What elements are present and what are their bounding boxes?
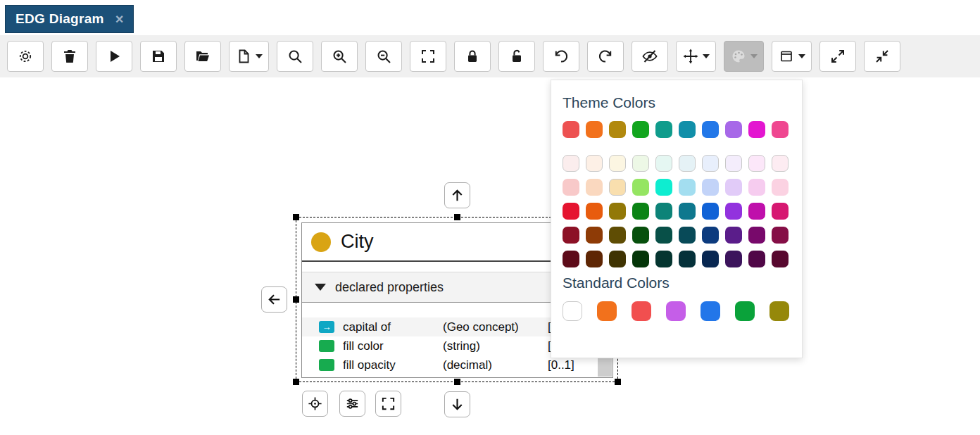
color-swatch[interactable] [725,227,742,244]
color-swatch[interactable] [679,179,696,196]
locate-button[interactable] [302,391,328,417]
color-swatch[interactable] [597,301,617,321]
color-swatch[interactable] [563,251,579,267]
color-swatch[interactable] [748,155,765,172]
color-swatch[interactable] [563,121,579,138]
color-swatch[interactable] [679,155,696,172]
color-swatch[interactable] [769,301,789,321]
zoom-in-button[interactable] [321,41,358,72]
color-swatch[interactable] [679,251,696,267]
color-swatch[interactable] [563,155,579,172]
color-swatch[interactable] [725,251,742,267]
resize-handle[interactable] [293,214,299,220]
navigate-down-button[interactable] [444,391,470,417]
color-swatch[interactable] [586,203,603,220]
undo-button[interactable] [543,41,579,72]
color-swatch[interactable] [725,155,742,172]
color-swatch[interactable] [772,227,789,244]
expand-button[interactable] [819,41,856,72]
color-swatch[interactable] [679,121,696,138]
color-swatch[interactable] [772,203,789,220]
color-swatch[interactable] [666,301,686,321]
color-swatch[interactable] [632,301,651,321]
resize-handle[interactable] [293,379,299,385]
color-swatch[interactable] [735,301,755,321]
color-swatch[interactable] [586,251,603,267]
color-swatch[interactable] [772,179,789,196]
color-swatch[interactable] [772,121,789,138]
color-swatch[interactable] [679,203,696,220]
color-swatch[interactable] [586,227,603,244]
collapse-button[interactable] [864,41,900,72]
redo-button[interactable] [587,41,624,72]
color-swatch[interactable] [655,251,672,267]
color-swatch[interactable] [702,179,719,196]
color-swatch[interactable] [679,227,696,244]
color-swatch[interactable] [702,251,719,267]
frame-button[interactable] [772,41,812,72]
export-button[interactable] [229,41,269,72]
navigate-left-button[interactable] [261,286,287,313]
hide-button[interactable] [632,41,668,72]
lock-button[interactable] [454,41,491,72]
close-icon[interactable]: × [115,11,124,27]
color-swatch[interactable] [702,227,719,244]
color-swatch[interactable] [632,203,649,220]
color-swatch[interactable] [632,227,649,244]
color-swatch[interactable] [725,179,742,196]
color-swatch[interactable] [748,251,765,267]
color-swatch[interactable] [655,179,672,196]
color-swatch[interactable] [586,179,603,196]
run-button[interactable] [96,41,132,72]
search-button[interactable] [277,41,313,72]
color-swatch[interactable] [772,155,789,172]
color-swatch[interactable] [609,203,626,220]
color-swatch[interactable] [655,227,672,244]
color-swatch[interactable] [632,251,649,267]
resize-handle[interactable] [454,214,460,220]
color-swatch[interactable] [586,155,603,172]
color-swatch[interactable] [632,121,649,138]
color-swatch[interactable] [748,179,765,196]
color-swatch[interactable] [609,227,626,244]
move-button[interactable] [676,41,716,72]
color-swatch[interactable] [609,121,626,138]
color-swatch[interactable] [655,203,672,220]
color-swatch[interactable] [748,203,765,220]
color-swatch[interactable] [609,251,626,267]
resize-handle[interactable] [454,379,460,385]
settings-button[interactable] [7,41,44,72]
color-swatch[interactable] [702,121,719,138]
color-swatch[interactable] [772,251,789,267]
color-swatch[interactable] [563,179,579,196]
color-swatch[interactable] [609,179,626,196]
color-swatch[interactable] [586,121,603,138]
color-swatch[interactable] [701,301,720,321]
resize-handle[interactable] [615,379,621,385]
color-swatch[interactable] [702,203,719,220]
expand-node-button[interactable] [375,391,401,417]
delete-button[interactable] [51,41,88,72]
properties-filter-button[interactable] [339,391,365,417]
color-swatch[interactable] [702,155,719,172]
color-swatch[interactable] [563,227,579,244]
resize-handle[interactable] [293,296,299,303]
color-swatch[interactable] [725,121,742,138]
color-swatch[interactable] [748,121,765,138]
color-swatch[interactable] [563,203,579,220]
color-swatch[interactable] [655,121,672,138]
palette-button[interactable] [724,41,764,72]
color-swatch[interactable] [609,155,626,172]
color-swatch[interactable] [655,155,672,172]
unlock-button[interactable] [498,41,535,72]
color-swatch[interactable] [632,155,649,172]
zoom-out-button[interactable] [365,41,402,72]
diagram-tab[interactable]: EDG Diagram × [5,5,134,33]
open-button[interactable] [184,41,221,72]
color-swatch[interactable] [563,301,582,321]
color-swatch[interactable] [632,179,649,196]
color-swatch[interactable] [748,227,765,244]
save-button[interactable] [140,41,177,72]
color-swatch[interactable] [725,203,742,220]
navigate-up-button[interactable] [444,182,470,208]
